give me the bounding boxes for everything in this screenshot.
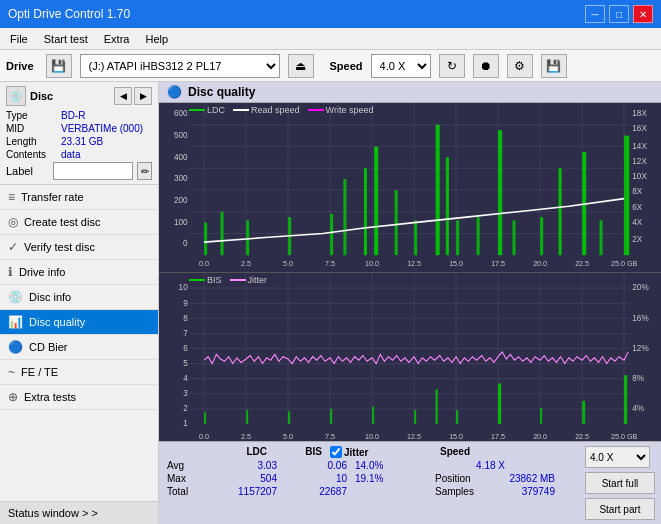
speed-label: Speed: [330, 60, 363, 72]
transfer-rate-icon: ≡: [8, 190, 15, 204]
sidebar-item-disc-info[interactable]: 💿 Disc info: [0, 285, 158, 310]
main-layout: 💿 Disc ◀ ▶ Type BD-R MID VERBATIMe (000)…: [0, 82, 661, 524]
svg-text:400: 400: [174, 151, 188, 161]
sidebar-item-cd-bier[interactable]: 🔵 CD Bier: [0, 335, 158, 360]
svg-text:4%: 4%: [632, 402, 644, 413]
sidebar-item-transfer-rate[interactable]: ≡ Transfer rate: [0, 185, 158, 210]
svg-text:300: 300: [174, 173, 188, 183]
svg-rect-91: [372, 406, 374, 423]
menu-start-test[interactable]: Start test: [40, 31, 92, 47]
svg-rect-96: [540, 407, 542, 423]
disc-panel-title: Disc: [30, 90, 53, 102]
drive-icon-btn[interactable]: 💾: [46, 54, 72, 78]
sidebar-item-create-test-disc[interactable]: ◎ Create test disc: [0, 210, 158, 235]
menu-file[interactable]: File: [6, 31, 32, 47]
chart-bottom: BIS Jitter: [159, 273, 661, 442]
legend-read-speed-label: Read speed: [251, 105, 300, 115]
title-bar: Opti Drive Control 1.70 ─ □ ✕: [0, 0, 661, 28]
sidebar-item-fe-te[interactable]: ~ FE / TE: [0, 360, 158, 385]
svg-text:8%: 8%: [632, 372, 644, 383]
status-window-label: Status window > >: [8, 507, 98, 519]
sidebar-item-extra-tests[interactable]: ⊕ Extra tests: [0, 385, 158, 410]
close-button[interactable]: ✕: [633, 5, 653, 23]
disc-mid-label: MID: [6, 123, 61, 134]
sidebar-item-drive-info[interactable]: ℹ Drive info: [0, 260, 158, 285]
svg-rect-38: [624, 136, 629, 256]
refresh-button[interactable]: ↻: [439, 54, 465, 78]
svg-rect-19: [220, 212, 223, 255]
svg-text:2.5: 2.5: [241, 431, 251, 441]
label-edit-button[interactable]: ✏: [137, 162, 152, 180]
read-speed-color: [233, 109, 249, 111]
stats-empty: [167, 446, 207, 458]
speed-select-stats[interactable]: 4.0 X: [585, 446, 650, 468]
stats-header-bis: BIS: [267, 446, 322, 458]
svg-text:2: 2: [183, 402, 188, 413]
jitter-label: Jitter: [344, 447, 368, 458]
svg-rect-98: [624, 375, 627, 424]
drive-info-icon: ℹ: [8, 265, 13, 279]
chart-top: LDC Read speed Write speed: [159, 103, 661, 273]
top-chart-svg: 600 500 400 300 200 100 0 18X 16X 14X 12…: [159, 103, 661, 272]
svg-text:5.0: 5.0: [283, 259, 293, 268]
svg-rect-23: [343, 179, 346, 255]
svg-rect-94: [456, 410, 458, 424]
sidebar: 💿 Disc ◀ ▶ Type BD-R MID VERBATIMe (000)…: [0, 82, 159, 524]
ldc-color: [189, 109, 205, 111]
svg-text:20.0: 20.0: [533, 259, 547, 268]
svg-text:10.0: 10.0: [365, 431, 379, 441]
stats-header-row: LDC BIS Jitter Speed: [167, 446, 571, 458]
max-bis: 10: [277, 473, 347, 484]
jitter-checkbox[interactable]: [330, 446, 342, 458]
window-controls[interactable]: ─ □ ✕: [585, 5, 653, 23]
svg-rect-20: [246, 220, 249, 255]
start-part-button[interactable]: Start part: [585, 498, 655, 520]
svg-text:17.5: 17.5: [491, 259, 505, 268]
menu-bar: File Start test Extra Help: [0, 28, 661, 50]
legend-jitter-label: Jitter: [248, 275, 268, 285]
disc-length-value: 23.31 GB: [61, 136, 103, 147]
svg-text:15.0: 15.0: [449, 431, 463, 441]
svg-rect-31: [477, 217, 480, 255]
disc-mid-row: MID VERBATIMe (000): [6, 123, 152, 134]
eject-button[interactable]: ⏏: [288, 54, 314, 78]
disc-info-icon: 💿: [8, 290, 23, 304]
disc-type-label: Type: [6, 110, 61, 121]
svg-rect-66: [159, 273, 661, 442]
sidebar-item-verify-test-disc[interactable]: ✓ Verify test disc: [0, 235, 158, 260]
sidebar-item-disc-quality[interactable]: 📊 Disc quality: [0, 310, 158, 335]
status-window-button[interactable]: Status window > >: [0, 501, 158, 524]
maximize-button[interactable]: □: [609, 5, 629, 23]
svg-rect-25: [374, 146, 378, 255]
sidebar-item-label-create-test-disc: Create test disc: [24, 216, 100, 228]
sidebar-item-label-drive-info: Drive info: [19, 266, 65, 278]
svg-rect-34: [540, 217, 543, 255]
svg-rect-90: [330, 408, 332, 423]
menu-help[interactable]: Help: [141, 31, 172, 47]
avg-jitter: 14.0%: [355, 460, 435, 471]
disc-length-row: Length 23.31 GB: [6, 136, 152, 147]
minimize-button[interactable]: ─: [585, 5, 605, 23]
disc-icon-btn2[interactable]: ▶: [134, 87, 152, 105]
svg-text:7: 7: [183, 327, 188, 338]
svg-rect-28: [436, 125, 440, 255]
svg-rect-27: [414, 220, 417, 255]
disc-icon-btn1[interactable]: ◀: [114, 87, 132, 105]
settings-button[interactable]: ⚙: [507, 54, 533, 78]
stats-max-row: Max 504 10 19.1% Position 23862 MB: [167, 473, 571, 484]
svg-rect-24: [364, 168, 367, 255]
menu-extra[interactable]: Extra: [100, 31, 134, 47]
start-full-button[interactable]: Start full: [585, 472, 655, 494]
svg-rect-18: [204, 223, 207, 256]
drive-select[interactable]: (J:) ATAPI iHBS312 2 PL17: [80, 54, 280, 78]
record-button[interactable]: ⏺: [473, 54, 499, 78]
legend-write-speed: Write speed: [308, 105, 374, 115]
svg-text:12X: 12X: [632, 156, 647, 166]
samples-label: Samples: [435, 486, 485, 497]
sidebar-item-label-fe-te: FE / TE: [21, 366, 58, 378]
sidebar-item-label-extra-tests: Extra tests: [24, 391, 76, 403]
label-input[interactable]: [53, 162, 133, 180]
verify-test-disc-icon: ✓: [8, 240, 18, 254]
save-button[interactable]: 💾: [541, 54, 567, 78]
speed-select[interactable]: 4.0 X: [371, 54, 431, 78]
